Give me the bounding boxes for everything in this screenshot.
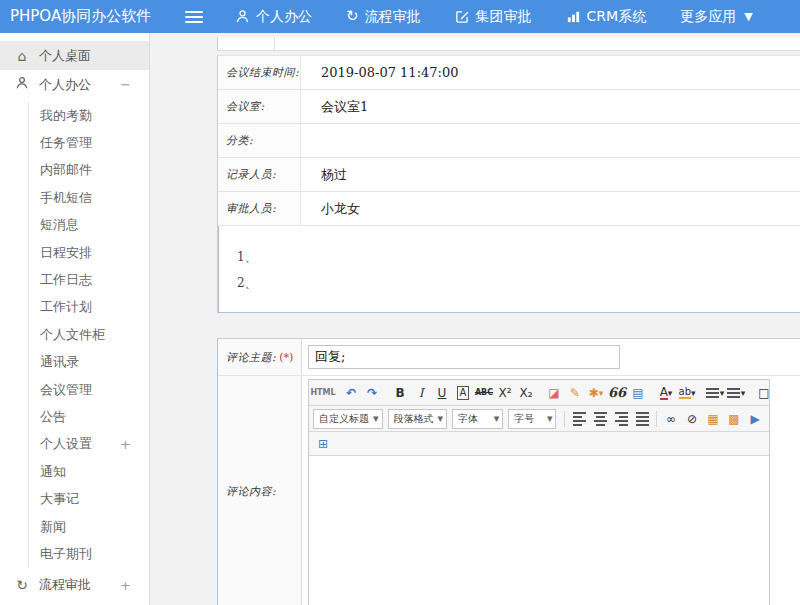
subscript-button[interactable]: X₂ — [516, 383, 536, 403]
nav-label: CRM系统 — [587, 8, 647, 26]
expand-icon[interactable]: + — [120, 437, 131, 452]
sidebar-item-label: 个人办公 — [39, 76, 91, 94]
italic-button[interactable]: I — [411, 383, 431, 403]
sidebar-submenu: 我的考勤 任务管理 内部邮件 手机短信 短消息 日程安排 工作日志 工作计划 个… — [28, 102, 149, 568]
sidebar-item-mobile-sms[interactable]: 手机短信 — [29, 184, 149, 211]
autoformat-icon[interactable]: ✱▾ — [586, 383, 606, 403]
home-icon: ⌂ — [14, 49, 30, 63]
sidebar-item-file-cabinet[interactable]: 个人文件柜 — [29, 321, 149, 348]
sidebar-item-label: 日程安排 — [40, 244, 92, 262]
font-family-dropdown[interactable]: 字体▾ — [452, 409, 503, 429]
sidebar-item-desktop[interactable]: ⌂ 个人桌面 — [0, 41, 149, 70]
comment-subject-input[interactable] — [308, 345, 620, 369]
sidebar-item-work-plan[interactable]: 工作计划 — [29, 294, 149, 321]
field-label-recorder: 记录人员: — [226, 167, 276, 182]
align-left-icon[interactable] — [569, 409, 589, 429]
sidebar-item-tasks[interactable]: 任务管理 — [29, 129, 149, 156]
ordered-list-button[interactable]: ▾ — [705, 383, 725, 403]
paragraph-format-dropdown[interactable]: 段落格式▾ — [388, 409, 448, 429]
sidebar-item-internal-mail[interactable]: 内部邮件 — [29, 157, 149, 184]
scrolled-row-sliver — [217, 37, 800, 51]
sidebar-item-personal-office[interactable]: 个人办公 − — [0, 70, 149, 99]
meeting-content-block: 1、 2、 — [218, 226, 800, 313]
strikethrough-button[interactable]: ABC — [474, 383, 494, 403]
redo-icon[interactable]: ↷ — [362, 383, 382, 403]
screenshot-icon[interactable]: ▩ — [724, 409, 744, 429]
editor-content-area[interactable] — [309, 456, 769, 605]
underline-button[interactable]: U — [432, 383, 452, 403]
hamburger-menu-icon[interactable] — [185, 8, 205, 26]
insert-media-icon[interactable]: ▶ — [745, 409, 765, 429]
new-document-icon[interactable]: □ — [754, 383, 774, 403]
sidebar-item-personal-settings[interactable]: 个人设置 + — [29, 431, 149, 458]
sidebar-item-announcements[interactable]: 公告 — [29, 403, 149, 430]
nav-personal-office[interactable]: 个人办公 — [235, 8, 312, 26]
meeting-detail-table: 会议结束时间: 2019-08-07 11:47:00 会议室: 会议室1 分类… — [217, 55, 800, 313]
sidebar-item-workflow-approval[interactable]: ↻ 流程审批 + — [0, 571, 149, 600]
sidebar-item-label: 会议管理 — [40, 381, 92, 399]
sidebar-item-attendance[interactable]: 我的考勤 — [29, 102, 149, 129]
sidebar-item-label: 新闻 — [40, 518, 66, 536]
font-color-button[interactable]: A▾ — [656, 383, 676, 403]
remove-link-icon[interactable]: ⊘ — [682, 409, 702, 429]
editor-toolbar-row3: ⊞ — [309, 432, 769, 456]
nav-more-apps[interactable]: 更多应用 ▼ — [680, 8, 752, 26]
field-value-recorder: 杨过 — [321, 166, 347, 184]
sidebar-item-news[interactable]: 新闻 — [29, 513, 149, 540]
sidebar-item-label: 个人桌面 — [39, 47, 91, 65]
align-center-icon[interactable] — [590, 409, 610, 429]
paste-as-text-icon[interactable]: ▤ — [628, 383, 648, 403]
table-row: 会议结束时间: 2019-08-07 11:47:00 — [218, 56, 800, 90]
cycle-icon: ↻ — [14, 578, 30, 592]
sidebar-item-meeting-management[interactable]: 会议管理 — [29, 376, 149, 403]
undo-icon[interactable]: ↶ — [341, 383, 361, 403]
nav-crm-system[interactable]: CRM系统 — [566, 8, 647, 26]
sidebar-item-label: 工作日志 — [40, 271, 92, 289]
sidebar-item-label: 通讯录 — [40, 353, 79, 371]
field-value-approver: 小龙女 — [321, 200, 360, 218]
expand-icon[interactable]: + — [120, 578, 131, 593]
nav-label: 更多应用 — [680, 8, 736, 26]
sidebar-item-e-journal[interactable]: 电子期刊 — [29, 540, 149, 567]
justify-icon[interactable] — [632, 409, 652, 429]
sidebar-item-label: 手机短信 — [40, 189, 92, 207]
rich-text-editor: HTML ↶ ↷ B I U A ABC X² X₂ — [308, 379, 770, 605]
sidebar-item-label: 短消息 — [40, 216, 79, 234]
insert-table-icon[interactable]: ⊞ — [313, 434, 333, 454]
format-brush-icon[interactable]: ✎ — [565, 383, 585, 403]
html-source-button[interactable]: HTML — [313, 383, 333, 403]
insert-link-icon[interactable]: ∞ — [661, 409, 681, 429]
sidebar-item-label: 流程审批 — [39, 576, 91, 594]
caret-down-icon: ▼ — [744, 10, 752, 23]
sidebar-item-label: 任务管理 — [40, 134, 92, 152]
edit-icon — [455, 9, 470, 24]
sidebar-item-notices[interactable]: 通知 — [29, 458, 149, 485]
top-navigation: 个人办公 ↻ 流程审批 集团审批 CRM系统 更多应用 ▼ — [235, 8, 753, 26]
highlight-color-button[interactable]: ab▾ — [677, 383, 697, 403]
sidebar-item-short-messages[interactable]: 短消息 — [29, 212, 149, 239]
cycle-icon: ↻ — [346, 9, 359, 24]
align-right-icon[interactable] — [611, 409, 631, 429]
superscript-button[interactable]: X² — [495, 383, 515, 403]
bold-button[interactable]: B — [390, 383, 410, 403]
collapse-icon[interactable]: − — [120, 77, 131, 92]
sidebar-item-contacts[interactable]: 通讯录 — [29, 349, 149, 376]
sidebar-item-work-log[interactable]: 工作日志 — [29, 266, 149, 293]
insert-image-icon[interactable]: ▦ — [703, 409, 723, 429]
sidebar-item-schedule[interactable]: 日程安排 — [29, 239, 149, 266]
blockquote-icon[interactable]: 66 — [607, 383, 627, 403]
nav-group-approval[interactable]: 集团审批 — [455, 8, 532, 26]
app-title: PHPOA协同办公软件 — [0, 7, 185, 26]
comment-subject-label: 评论主题: — [226, 350, 276, 365]
unordered-list-button[interactable]: ▾ — [726, 383, 746, 403]
custom-title-dropdown[interactable]: 自定义标题▾ — [313, 409, 383, 429]
comment-subject-row: 评论主题: (*) — [218, 339, 800, 376]
nav-workflow-approval[interactable]: ↻ 流程审批 — [346, 8, 421, 26]
field-label-category: 分类: — [226, 133, 253, 148]
content-line: 1、 — [237, 244, 800, 270]
char-border-button[interactable]: A — [453, 383, 473, 403]
font-size-dropdown[interactable]: 字号▾ — [508, 409, 556, 429]
comment-form: 评论主题: (*) 评论内容: HTML ↶ — [217, 338, 800, 605]
format-eraser-icon[interactable]: ◪ — [544, 383, 564, 403]
sidebar-item-major-events[interactable]: 大事记 — [29, 485, 149, 512]
